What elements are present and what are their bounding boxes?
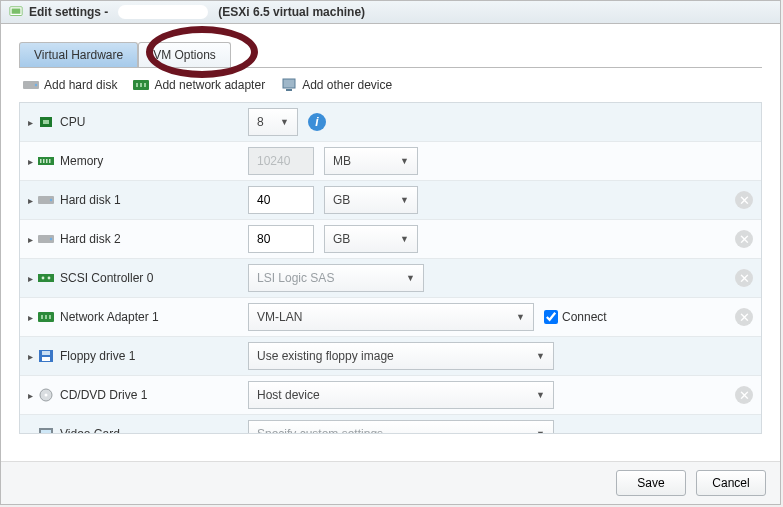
svg-rect-34 xyxy=(41,430,51,433)
hdd2-label: Hard disk 2 xyxy=(60,232,121,246)
svg-rect-15 xyxy=(46,159,48,163)
svg-point-23 xyxy=(48,277,51,280)
row-cddvd: ▸ CD/DVD Drive 1 Host device ✕ xyxy=(20,376,761,415)
svg-rect-7 xyxy=(144,83,146,87)
cddvd-select[interactable]: Host device xyxy=(248,381,554,409)
memory-input xyxy=(248,147,314,175)
svg-rect-8 xyxy=(283,79,295,88)
device-icon xyxy=(281,78,297,92)
row-network-adapter: ▸ Network Adapter 1 VM-LAN Connect ✕ xyxy=(20,298,761,337)
cpu-label: CPU xyxy=(60,115,85,129)
vm-icon xyxy=(9,5,23,19)
svg-rect-11 xyxy=(43,120,49,124)
row-floppy: ▸ Floppy drive 1 Use existing floppy ima… xyxy=(20,337,761,376)
remove-icon[interactable]: ✕ xyxy=(735,386,753,404)
scsi-icon xyxy=(38,271,54,285)
expand-toggle[interactable]: ▸ xyxy=(28,273,38,284)
hdd2-unit-select[interactable]: GB xyxy=(324,225,418,253)
remove-icon[interactable]: ✕ xyxy=(735,308,753,326)
video-label: Video Card xyxy=(60,427,120,433)
svg-point-32 xyxy=(45,394,48,397)
hard-disk-icon xyxy=(38,232,54,246)
row-cpu: ▸ CPU 8 i xyxy=(20,103,761,142)
hardware-list: ▸ CPU 8 i ▸ Memory xyxy=(19,102,762,434)
save-button[interactable]: Save xyxy=(616,470,686,496)
floppy-select[interactable]: Use existing floppy image xyxy=(248,342,554,370)
svg-point-18 xyxy=(50,199,52,201)
svg-rect-14 xyxy=(43,159,45,163)
connect-label: Connect xyxy=(562,310,607,324)
expand-toggle[interactable]: ▸ xyxy=(28,234,38,245)
cancel-button[interactable]: Cancel xyxy=(696,470,766,496)
tab-strip: Virtual Hardware VM Options xyxy=(19,42,762,68)
expand-toggle[interactable]: ▸ xyxy=(28,351,38,362)
connect-checkbox[interactable] xyxy=(544,310,558,324)
hard-disk-icon xyxy=(38,193,54,207)
add-other-device-button[interactable]: Add other device xyxy=(281,78,392,92)
add-network-adapter-button[interactable]: Add network adapter xyxy=(133,78,265,92)
network-select[interactable]: VM-LAN xyxy=(248,303,534,331)
svg-rect-13 xyxy=(40,159,42,163)
hdd2-size-input[interactable] xyxy=(248,225,314,253)
memory-unit-select[interactable]: MB xyxy=(324,147,418,175)
net-label: Network Adapter 1 xyxy=(60,310,159,324)
expand-toggle[interactable]: ▸ xyxy=(28,390,38,401)
svg-rect-29 xyxy=(42,351,50,355)
cpu-count-select[interactable]: 8 xyxy=(248,108,298,136)
info-icon[interactable]: i xyxy=(308,113,326,131)
svg-rect-5 xyxy=(136,83,138,87)
disc-icon xyxy=(38,388,54,402)
row-memory: ▸ Memory MB xyxy=(20,142,761,181)
expand-toggle[interactable]: ▸ xyxy=(28,117,38,128)
floppy-label: Floppy drive 1 xyxy=(60,349,135,363)
svg-point-20 xyxy=(50,238,52,240)
floppy-icon xyxy=(38,349,54,363)
hardware-toolbar: Add hard disk Add network adapter Add ot… xyxy=(19,68,762,102)
row-hard-disk-1: ▸ Hard disk 1 GB ✕ xyxy=(20,181,761,220)
dialog-title-suffix: (ESXi 6.5 virtual machine) xyxy=(218,5,365,19)
svg-rect-16 xyxy=(49,159,51,163)
add-network-adapter-label: Add network adapter xyxy=(154,78,265,92)
memory-icon xyxy=(38,154,54,168)
hard-disk-icon xyxy=(23,78,39,92)
svg-rect-9 xyxy=(286,89,292,91)
expand-toggle[interactable]: ▸ xyxy=(28,429,38,434)
tab-virtual-hardware[interactable]: Virtual Hardware xyxy=(19,42,138,67)
dialog-footer: Save Cancel xyxy=(1,461,780,504)
video-select[interactable]: Specify custom settings xyxy=(248,420,554,433)
svg-rect-30 xyxy=(42,357,50,361)
svg-rect-1 xyxy=(12,9,21,14)
svg-rect-6 xyxy=(140,83,142,87)
title-bar: Edit settings - (ESXi 6.5 virtual machin… xyxy=(1,1,780,24)
scsi-label: SCSI Controller 0 xyxy=(60,271,153,285)
dialog-title-prefix: Edit settings - xyxy=(29,5,108,19)
remove-icon[interactable]: ✕ xyxy=(735,230,753,248)
add-other-device-label: Add other device xyxy=(302,78,392,92)
nic-icon xyxy=(38,310,54,324)
expand-toggle[interactable]: ▸ xyxy=(28,156,38,167)
scsi-type-select[interactable]: LSI Logic SAS xyxy=(248,264,424,292)
row-scsi-controller: ▸ SCSI Controller 0 LSI Logic SAS ✕ xyxy=(20,259,761,298)
row-video-card: ▸ Video Card Specify custom settings xyxy=(20,415,761,433)
redacted-name xyxy=(118,5,208,19)
nic-icon xyxy=(133,78,149,92)
monitor-icon xyxy=(38,427,54,433)
cpu-icon xyxy=(38,115,54,129)
remove-icon[interactable]: ✕ xyxy=(735,269,753,287)
add-hard-disk-button[interactable]: Add hard disk xyxy=(23,78,117,92)
remove-icon[interactable]: ✕ xyxy=(735,191,753,209)
svg-rect-26 xyxy=(45,315,47,319)
svg-rect-27 xyxy=(49,315,51,319)
row-hard-disk-2: ▸ Hard disk 2 GB ✕ xyxy=(20,220,761,259)
memory-label: Memory xyxy=(60,154,103,168)
connect-checkbox-wrap[interactable]: Connect xyxy=(544,310,607,324)
svg-rect-21 xyxy=(38,274,54,282)
hdd1-size-input[interactable] xyxy=(248,186,314,214)
expand-toggle[interactable]: ▸ xyxy=(28,312,38,323)
svg-point-3 xyxy=(35,84,37,86)
cddvd-label: CD/DVD Drive 1 xyxy=(60,388,147,402)
hdd1-unit-select[interactable]: GB xyxy=(324,186,418,214)
expand-toggle[interactable]: ▸ xyxy=(28,195,38,206)
svg-rect-25 xyxy=(41,315,43,319)
tab-vm-options[interactable]: VM Options xyxy=(138,42,231,67)
